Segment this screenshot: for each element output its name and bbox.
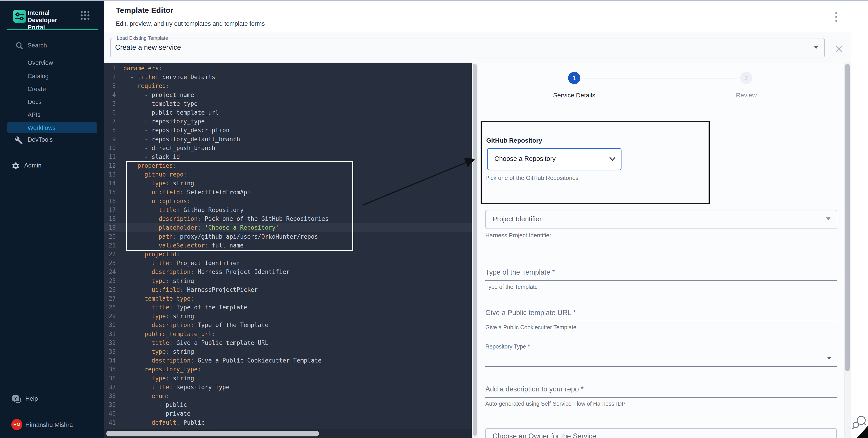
code-line-4[interactable]: 4 - project_name <box>104 91 472 99</box>
code-line-8[interactable]: 8 - repositoty_description <box>104 126 472 135</box>
field-underline <box>485 397 837 398</box>
code-line-5[interactable]: 5 - template_type <box>104 99 472 108</box>
page-subtitle: Edit, preview, and try out templates and… <box>116 20 265 27</box>
editor-vscroll-thumb[interactable] <box>473 64 477 436</box>
preview-scroll-thumb[interactable] <box>845 64 850 371</box>
line-number: 5 <box>104 99 116 108</box>
code-line-9[interactable]: 9 - repository_default_branch <box>104 135 472 144</box>
code-line-3[interactable]: 3 required: <box>104 81 472 91</box>
line-number: 31 <box>104 330 116 339</box>
public-template-url-field[interactable]: Give a Public template URL * Give a Publ… <box>485 308 837 331</box>
code-line-35[interactable]: 35 repository_type: <box>104 365 472 374</box>
line-number: 33 <box>104 347 116 356</box>
sidebar-item-docs[interactable]: Docs <box>28 99 41 106</box>
code-line-29[interactable]: 29 type: string <box>104 312 472 321</box>
sidebar-item-catalog[interactable]: Catalog <box>28 73 49 80</box>
line-number: 22 <box>104 250 116 259</box>
repository-type-select[interactable]: Repository Type * <box>485 343 837 367</box>
sidebar-item-create[interactable]: Create <box>28 86 46 93</box>
svg-text:?: ? <box>14 396 17 401</box>
line-number: 39 <box>104 401 116 409</box>
sidebar-item-admin-label: Admin <box>24 162 41 169</box>
user-menu[interactable]: HM Himanshu Mishra <box>0 417 104 432</box>
code-line-33[interactable]: 33 type: string <box>104 347 472 356</box>
sidebar-item-apis[interactable]: APIs <box>28 111 40 119</box>
line-number: 23 <box>104 259 116 268</box>
code-line-26[interactable]: 26 ui:field: HarnessProjectPicker <box>104 285 472 294</box>
line-number: 4 <box>104 91 116 99</box>
field-underline <box>485 280 837 281</box>
load-template-label: Load Existing Template <box>115 35 170 41</box>
editor-hscroll-thumb[interactable] <box>106 431 319 436</box>
code-line-2[interactable]: 2 - title: Service Details <box>104 73 472 81</box>
app-logo-icon <box>13 10 26 23</box>
code-line-27[interactable]: 27 template_type: <box>104 294 472 303</box>
line-number: 12 <box>104 161 116 170</box>
sidebar-item-overview[interactable]: Overview <box>28 60 53 66</box>
stepper-step-1[interactable]: 1 <box>568 72 580 84</box>
code-line-23[interactable]: 23 title: Project Identifier <box>104 259 472 268</box>
code-line-25[interactable]: 25 type: string <box>104 277 472 285</box>
line-number: 20 <box>104 232 116 241</box>
stepper-step-2[interactable]: 2 <box>740 72 752 84</box>
more-options-button[interactable] <box>834 11 839 25</box>
line-number: 28 <box>104 303 116 312</box>
code-line-1[interactable]: 1parameters: <box>104 64 472 73</box>
code-line-10[interactable]: 10 - direct_push_branch <box>104 144 472 153</box>
line-number: 38 <box>104 392 116 401</box>
line-number: 6 <box>104 108 116 117</box>
line-number: 17 <box>104 206 116 214</box>
type-of-template-field[interactable]: Type of the Template * Type of the Templ… <box>485 268 837 291</box>
code-line-40[interactable]: 40 - private <box>104 409 472 418</box>
code-line-39[interactable]: 39 - public <box>104 401 472 409</box>
field-label: Give a Public template URL * <box>485 308 837 317</box>
line-number: 25 <box>104 277 116 285</box>
field-label: Add a description to your repo * <box>485 385 837 394</box>
close-editor-button[interactable] <box>835 44 844 53</box>
code-line-36[interactable]: 36 type: string <box>104 374 472 383</box>
code-line-7[interactable]: 7 - repository_type <box>104 117 472 126</box>
code-line-22[interactable]: 22 projectId: <box>104 250 472 259</box>
sidebar-item-admin[interactable]: Admin <box>0 161 104 172</box>
code-line-37[interactable]: 37 title: Repository Type <box>104 383 472 392</box>
sidebar-search[interactable] <box>0 40 104 51</box>
dropdown-caret-icon[interactable] <box>826 217 831 221</box>
code-line-32[interactable]: 32 title: Give a Public template URL <box>104 339 472 347</box>
project-identifier-helper: Harness Project Identifier <box>485 232 551 239</box>
line-number: 11 <box>104 153 116 161</box>
avatar: HM <box>11 419 22 430</box>
line-number: 37 <box>104 383 116 392</box>
line-number: 15 <box>104 188 116 197</box>
code-line-28[interactable]: 28 title: Type of the Template <box>104 303 472 312</box>
chat-support-icon[interactable] <box>852 413 868 430</box>
code-line-31[interactable]: 31 public_template_url: <box>104 330 472 339</box>
gear-icon <box>11 162 20 170</box>
field-label: Type of the Template * <box>485 268 837 277</box>
page-title: Template Editor <box>116 6 173 15</box>
code-line-11[interactable]: 11 - slack_id <box>104 153 472 161</box>
sidebar-item-devtools-label: DevTools <box>28 136 53 143</box>
line-number: 18 <box>104 214 116 223</box>
load-template-select[interactable] <box>110 38 825 58</box>
field-helper: Auto-generated using Self-Service-Flow o… <box>485 400 837 407</box>
form-annotation-box <box>480 121 710 204</box>
repo-description-field[interactable]: Add a description to your repo * Auto-ge… <box>485 385 837 407</box>
apps-grid-icon[interactable] <box>80 10 90 22</box>
code-line-30[interactable]: 30 description: Type of the Template <box>104 321 472 330</box>
stepper-label-review: Review <box>736 92 757 99</box>
dropdown-caret-icon[interactable] <box>814 46 819 49</box>
code-line-34[interactable]: 34 description: Give a Public Cookiecutt… <box>104 356 472 365</box>
code-line-38[interactable]: 38 enum: <box>104 392 472 401</box>
dropdown-caret-icon[interactable] <box>827 357 831 360</box>
code-line-6[interactable]: 6 - public_template_url <box>104 108 472 117</box>
search-input[interactable]: Search <box>28 42 47 49</box>
line-number: 27 <box>104 294 116 303</box>
help-button[interactable]: ? Help <box>0 394 104 406</box>
line-number: 21 <box>104 241 116 250</box>
code-line-41[interactable]: 41 default: Public <box>104 418 472 427</box>
line-number: 8 <box>104 126 116 135</box>
field-helper: Type of the Template <box>485 283 837 291</box>
project-identifier-select-value: Project Identifier <box>493 215 541 223</box>
sidebar-item-devtools[interactable]: DevTools <box>0 135 104 146</box>
code-line-24[interactable]: 24 description: Harness Project Identifi… <box>104 268 472 276</box>
